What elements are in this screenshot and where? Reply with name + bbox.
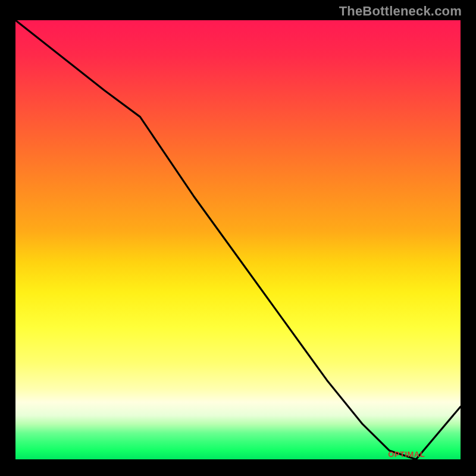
plot-area: OPTIMAL (12, 20, 464, 463)
curve-path (15, 20, 461, 459)
bottleneck-curve (15, 20, 461, 459)
chart-frame: TheBottleneck.com OPTIMAL (0, 0, 476, 476)
optimal-label: OPTIMAL (388, 450, 425, 459)
